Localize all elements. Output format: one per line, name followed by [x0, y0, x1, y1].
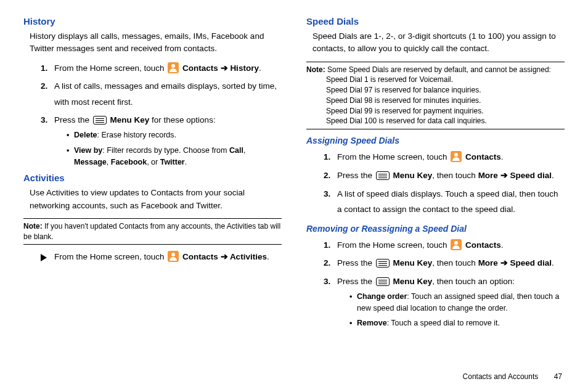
assigning-steps: 1. From the Home screen, touch Contacts.…	[324, 149, 565, 218]
step-text: , then touch	[432, 171, 478, 180]
step-text: .	[552, 258, 554, 267]
bullet-text: .	[185, 158, 187, 166]
bullet-text: Call	[229, 146, 243, 155]
activities-step: From the Home screen, touch Contacts ➔ A…	[41, 251, 282, 263]
step-text: History	[230, 63, 259, 73]
list-item: 1. From the Home screen, touch Contacts.	[324, 149, 565, 165]
step-text: , then touch an option:	[432, 277, 515, 286]
step-text: Press the	[337, 171, 375, 180]
step-text: From the Home screen, touch	[54, 252, 166, 261]
nav-arrow: ➔	[218, 252, 230, 261]
contacts-icon	[451, 239, 462, 250]
list-item: 3. Press the Menu Key, then touch an opt…	[324, 274, 565, 329]
step-text: Menu Key	[110, 115, 150, 125]
step-text: From the Home screen, touch	[337, 152, 449, 161]
nav-arrow: ➔	[498, 258, 510, 267]
note-text: Some Speed Dials are reserved by default…	[327, 65, 551, 74]
step-text: Contacts	[465, 152, 501, 161]
menu-key-icon	[93, 116, 107, 125]
step-text: Contacts	[182, 252, 218, 261]
list-item: View by: Filter records by type. Choose …	[67, 145, 282, 168]
step-text: for these options:	[149, 115, 215, 125]
page-number: 47	[554, 372, 562, 381]
step-text: A list of speed dials displays. Touch a …	[337, 189, 558, 214]
bullet-text: ,	[243, 146, 245, 155]
list-item: Remove: Touch a speed dial to remove it.	[349, 317, 565, 329]
list-item: 1. From the Home screen, touch Contacts …	[41, 60, 282, 76]
bullet-text: Remove	[357, 319, 387, 327]
triangle-bullet-icon	[41, 253, 47, 265]
removing-heading: Removing or Reassigning a Speed Dial	[306, 224, 565, 234]
note-text: Speed Dial 99 is reserved for payment in…	[326, 106, 565, 116]
note-label: Note:	[23, 222, 43, 231]
step-text: , then touch	[432, 258, 478, 267]
bullet-text: : Touch a speed dial to remove it.	[387, 319, 500, 327]
step-text: Menu Key	[393, 258, 433, 267]
activities-intro: Use Activities to view updates to Contac…	[30, 187, 282, 212]
note-text: Speed Dial 100 is reserved for data call…	[326, 116, 565, 126]
menu-key-icon	[376, 277, 390, 286]
speed-dials-note: Note: Some Speed Dials are reserved by d…	[306, 62, 565, 130]
step-text: A list of calls, messages and emails dis…	[54, 81, 277, 107]
removing-options: Change order: Touch an assigned speed di…	[349, 291, 565, 329]
menu-key-icon	[376, 171, 390, 180]
list-item: 2. A list of calls, messages and emails …	[41, 78, 282, 110]
list-item: 2. Press the Menu Key, then touch More ➔…	[324, 255, 565, 271]
history-options: Delete: Erase history records. View by: …	[67, 129, 282, 168]
step-text: Press the	[54, 115, 92, 125]
list-item: 3. A list of speed dials displays. Touch…	[324, 186, 565, 218]
bullet-text: , or	[147, 158, 160, 166]
menu-key-icon	[376, 259, 390, 267]
contacts-icon	[168, 62, 179, 73]
history-heading: History	[23, 16, 282, 27]
bullet-text: ,	[107, 158, 111, 166]
step-text: Press the	[337, 258, 375, 267]
speed-dials-intro: Speed Dials are 1-, 2-, or 3-digit short…	[312, 30, 565, 55]
activities-heading: Activities	[23, 173, 282, 183]
step-text: .	[267, 252, 269, 261]
step-text: .	[501, 240, 504, 250]
right-column: Speed Dials Speed Dials are 1-, 2-, or 3…	[306, 16, 565, 333]
step-text: .	[259, 63, 261, 73]
list-item: Delete: Erase history records.	[67, 129, 282, 141]
step-text: Menu Key	[393, 277, 433, 286]
manual-page: History History displays all calls, mess…	[0, 0, 588, 339]
step-text: .	[501, 152, 504, 161]
step-text: Speed dial	[510, 171, 552, 180]
bullet-text: Change order	[357, 292, 407, 301]
step-text: Activities	[230, 252, 267, 261]
step-text: Contacts	[182, 63, 218, 73]
list-item: 3. Press the Menu Key for these options:…	[41, 112, 282, 168]
list-item: 2. Press the Menu Key, then touch More ➔…	[324, 168, 565, 184]
bullet-text: Twitter	[160, 158, 185, 166]
step-text: From the Home screen, touch	[54, 63, 166, 73]
step-text: Press the	[337, 277, 375, 286]
nav-arrow: ➔	[218, 63, 231, 73]
bullet-text: View by	[74, 146, 102, 155]
left-column: History History displays all calls, mess…	[23, 16, 282, 333]
svg-marker-0	[41, 254, 47, 261]
contacts-icon	[168, 251, 179, 262]
note-text: If you haven't updated Contacts from any…	[23, 222, 280, 241]
history-steps: 1. From the Home screen, touch Contacts …	[41, 60, 282, 168]
removing-steps: 1. From the Home screen, touch Contacts.…	[324, 237, 565, 329]
speed-dials-heading: Speed Dials	[306, 16, 565, 27]
step-text: Speed dial	[510, 258, 552, 267]
nav-arrow: ➔	[498, 171, 510, 180]
step-text: More	[478, 171, 498, 180]
footer-section: Contacts and Accounts	[463, 372, 539, 381]
bullet-text: Message	[74, 158, 107, 166]
bullet-text: Facebook	[111, 158, 147, 166]
bullet-text: Delete	[74, 131, 97, 139]
step-text: .	[552, 171, 554, 180]
bullet-text: : Erase history records.	[97, 131, 177, 139]
note-text: Speed Dial 97 is reserved for balance in…	[326, 85, 565, 96]
list-item: Change order: Touch an assigned speed di…	[349, 291, 565, 314]
activities-note: Note: If you haven't updated Contacts fr…	[23, 218, 282, 245]
history-intro: History displays all calls, messages, em…	[30, 30, 282, 55]
contacts-icon	[451, 151, 462, 162]
page-footer: Contacts and Accounts 47	[463, 372, 562, 381]
note-text: Speed Dial 1 is reserved for Voicemail.	[326, 75, 565, 85]
note-text: Speed Dial 98 is reserved for minutes in…	[326, 96, 565, 106]
step-text: From the Home screen, touch	[337, 240, 449, 250]
